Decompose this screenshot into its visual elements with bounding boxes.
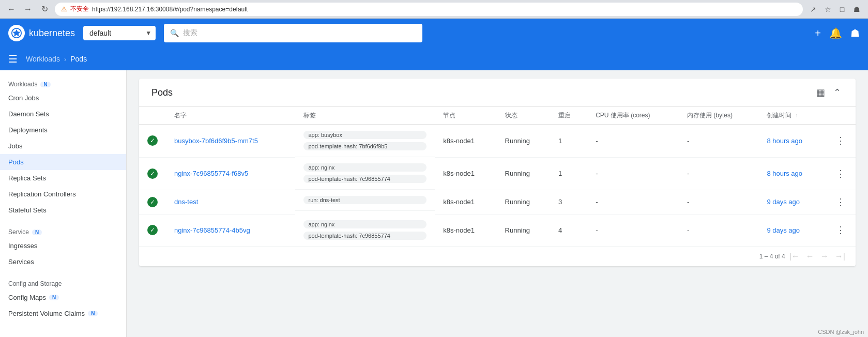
status-text-cell: Running bbox=[497, 214, 551, 246]
created-time-link[interactable]: 9 days ago bbox=[767, 198, 800, 206]
created-cell: 8 hours ago bbox=[758, 125, 826, 158]
sidebar-item-pvc[interactable]: Persistent Volume Claims N bbox=[0, 305, 126, 321]
labels-cell: app: busyboxpod-template-hash: 7bf6d6f9b… bbox=[295, 125, 435, 157]
sidebar-item-jobs[interactable]: Jobs bbox=[0, 138, 126, 154]
labels-col-header[interactable]: 标签 bbox=[295, 107, 435, 125]
collapse-icon[interactable]: ⌃ bbox=[831, 85, 843, 100]
filter-icon[interactable]: ▦ bbox=[814, 85, 827, 100]
label-tag: app: nginx bbox=[303, 163, 427, 172]
sidebar-section-workloads: Workloads N bbox=[0, 74, 126, 90]
workloads-badge: N bbox=[40, 82, 50, 87]
sidebar-item-ingresses[interactable]: Ingresses bbox=[0, 238, 126, 254]
created-time-link[interactable]: 9 days ago bbox=[767, 226, 800, 234]
labels-cell: run: dns-test bbox=[295, 190, 435, 211]
memory-cell: - bbox=[679, 214, 758, 246]
more-menu-button[interactable]: ⋮ bbox=[834, 223, 847, 237]
sort-icon: ↑ bbox=[796, 113, 798, 118]
sidebar-item-services[interactable]: Services bbox=[0, 254, 126, 270]
node-col-header[interactable]: 节点 bbox=[435, 107, 496, 125]
refresh-button[interactable]: ↻ bbox=[38, 3, 51, 16]
sidebar-item-replica-sets[interactable]: Replica Sets bbox=[0, 170, 126, 186]
forward-button[interactable]: → bbox=[22, 3, 34, 16]
name-cell: nginx-7c96855774-4b5vg bbox=[166, 214, 295, 246]
label-tag: run: dns-test bbox=[303, 196, 427, 204]
sidebar-item-daemon-sets[interactable]: Daemon Sets bbox=[0, 106, 126, 122]
config-maps-badge: N bbox=[49, 295, 59, 300]
cpu-cell: - bbox=[587, 214, 679, 246]
sidebar-item-deployments[interactable]: Deployments bbox=[0, 122, 126, 138]
first-page-button[interactable]: |← bbox=[787, 251, 802, 262]
menu-icon[interactable]: ☰ bbox=[8, 53, 18, 65]
more-menu-button[interactable]: ⋮ bbox=[834, 195, 847, 209]
status-icon: ✓ bbox=[147, 225, 158, 235]
table-row: ✓dns-testrun: dns-testk8s-node1Running3-… bbox=[139, 190, 856, 214]
pagination: 1 – 4 of 4 |← ← → →| bbox=[139, 246, 856, 266]
name-cell: nginx-7c96855774-f68v5 bbox=[166, 157, 295, 190]
sidebar: Workloads N Cron Jobs Daemon Sets Deploy… bbox=[0, 70, 127, 337]
label-tag: app: busybox bbox=[303, 131, 427, 139]
user-button[interactable]: ☗ bbox=[850, 27, 860, 39]
status-col-header bbox=[139, 107, 166, 125]
address-bar[interactable]: ⚠ 不安全 https://192.168.217.16:30008/#/pod… bbox=[55, 3, 803, 16]
pod-name-link[interactable]: nginx-7c96855774-4b5vg bbox=[174, 226, 250, 234]
created-time-link[interactable]: 8 hours ago bbox=[767, 137, 802, 145]
star-button[interactable]: ☆ bbox=[821, 3, 834, 16]
sidebar-item-stateful-sets[interactable]: Stateful Sets bbox=[0, 202, 126, 218]
created-col-header[interactable]: 创建时间 ↑ bbox=[758, 107, 826, 125]
created-time-link[interactable]: 8 hours ago bbox=[767, 170, 802, 177]
sidebar-item-cron-jobs[interactable]: Cron Jobs bbox=[0, 90, 126, 106]
k8s-logo[interactable]: kubernetes bbox=[8, 25, 75, 41]
memory-col-header[interactable]: 内存使用 (bytes) bbox=[679, 107, 758, 125]
next-page-button[interactable]: → bbox=[818, 251, 831, 262]
node-cell: k8s-node1 bbox=[435, 190, 496, 214]
pod-name-link[interactable]: busybox-7bf6d6f9b5-mm7t5 bbox=[174, 137, 258, 145]
memory-cell: - bbox=[679, 157, 758, 190]
window-button[interactable]: □ bbox=[836, 3, 848, 16]
sidebar-section-config: Config and Storage bbox=[0, 274, 126, 289]
more-menu-button[interactable]: ⋮ bbox=[834, 167, 847, 180]
more-actions-cell: ⋮ bbox=[826, 125, 856, 158]
restarts-col-header[interactable]: 重启 bbox=[550, 107, 587, 125]
status-text-cell: Running bbox=[497, 157, 551, 190]
prev-page-button[interactable]: ← bbox=[804, 251, 816, 262]
sidebar-item-config-maps[interactable]: Config Maps N bbox=[0, 289, 126, 305]
created-cell: 8 hours ago bbox=[758, 157, 826, 190]
cpu-col-header[interactable]: CPU 使用率 (cores) bbox=[587, 107, 679, 125]
pvc-badge: N bbox=[88, 311, 98, 316]
name-col-header[interactable]: 名字 bbox=[166, 107, 295, 125]
table-header-row: 名字 标签 节点 状态 重启 bbox=[139, 107, 856, 125]
back-button[interactable]: ← bbox=[5, 3, 18, 16]
table-row: ✓nginx-7c96855774-4b5vgapp: nginxpod-tem… bbox=[139, 214, 856, 246]
namespace-select[interactable]: default bbox=[83, 26, 156, 40]
sidebar-item-pods[interactable]: Pods bbox=[0, 154, 126, 170]
cpu-cell: - bbox=[587, 190, 679, 214]
breadcrumb-separator: › bbox=[64, 55, 66, 63]
cpu-cell: - bbox=[587, 125, 679, 158]
memory-cell: - bbox=[679, 190, 758, 214]
created-cell: 9 days ago bbox=[758, 214, 826, 246]
profile-button[interactable]: ☗ bbox=[850, 3, 863, 16]
restarts-cell: 1 bbox=[550, 157, 587, 190]
pod-name-link[interactable]: dns-test bbox=[174, 198, 198, 206]
search-bar[interactable]: 🔍 搜索 bbox=[164, 24, 422, 42]
pod-name-link[interactable]: nginx-7c96855774-f68v5 bbox=[174, 170, 248, 177]
restarts-cell: 3 bbox=[550, 190, 587, 214]
more-menu-button[interactable]: ⋮ bbox=[834, 134, 847, 147]
notification-button[interactable]: 🔔 bbox=[829, 27, 842, 39]
actions-col-header bbox=[826, 107, 856, 125]
namespace-wrapper[interactable]: default ▼ bbox=[83, 26, 156, 40]
node-cell: k8s-node1 bbox=[435, 125, 496, 158]
restarts-cell: 1 bbox=[550, 125, 587, 158]
status-cell: ✓ bbox=[139, 157, 166, 190]
status-col-header[interactable]: 状态 bbox=[497, 107, 551, 125]
last-page-button[interactable]: →| bbox=[833, 251, 847, 262]
sidebar-item-replication-controllers[interactable]: Replication Controllers bbox=[0, 186, 126, 202]
warning-text: 不安全 bbox=[70, 5, 89, 13]
add-button[interactable]: + bbox=[815, 27, 821, 39]
share-button[interactable]: ↗ bbox=[807, 3, 819, 16]
status-cell: ✓ bbox=[139, 214, 166, 246]
memory-cell: - bbox=[679, 125, 758, 158]
status-icon: ✓ bbox=[147, 168, 158, 179]
browser-actions: ↗ ☆ □ ☗ bbox=[807, 3, 863, 16]
breadcrumb-workloads[interactable]: Workloads bbox=[26, 55, 60, 63]
